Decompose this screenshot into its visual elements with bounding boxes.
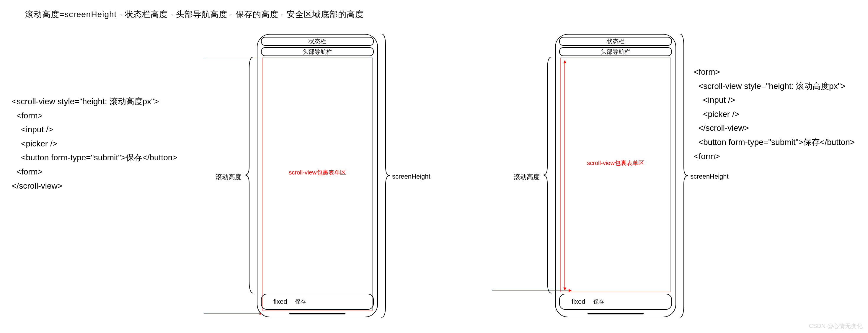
brace-screen-height xyxy=(381,34,390,317)
scroll-view-region: scroll-view包裹表单区 xyxy=(560,58,671,292)
save-label: 保存 xyxy=(593,298,604,305)
scroll-view-label: scroll-view包裹表单区 xyxy=(587,159,644,167)
brace-label-screen-height: screenHeight xyxy=(392,173,430,180)
arrow-inner-vertical xyxy=(564,61,565,290)
nav-bar: 头部导航栏 xyxy=(559,47,672,56)
brace-label-screen-height: screenHeight xyxy=(690,173,728,180)
phone-mockup-left: 状态栏 头部导航栏 scroll-view包裹表单区 fixed 保存 xyxy=(257,34,378,317)
save-button[interactable]: fixed 保存 xyxy=(261,294,374,310)
brace-screen-height xyxy=(679,34,688,317)
save-button[interactable]: fixed 保存 xyxy=(559,294,672,310)
brace-label-scroll-height: 滚动高度 xyxy=(216,173,242,182)
code-example-left: <scroll-view style="height: 滚动高度px"> <fo… xyxy=(12,94,178,193)
page-title: 滚动高度=screenHeight - 状态栏高度 - 头部导航高度 - 保存的… xyxy=(25,9,364,20)
status-bar: 状态栏 xyxy=(261,37,374,46)
fixed-label: fixed xyxy=(571,298,585,306)
scroll-view-region: scroll-view包裹表单区 xyxy=(262,58,373,311)
watermark: CSDN @心情无变化 xyxy=(809,322,863,330)
code-example-right: <form> <scroll-view style="height: 滚动高度p… xyxy=(694,65,855,163)
status-bar: 状态栏 xyxy=(559,37,672,46)
arrow-left-bottom xyxy=(204,313,262,313)
save-label: 保存 xyxy=(295,298,306,305)
fixed-label: fixed xyxy=(273,298,287,306)
nav-bar: 头部导航栏 xyxy=(261,47,374,56)
home-indicator xyxy=(289,313,345,314)
brace-scroll-height xyxy=(245,57,254,293)
scroll-view-label: scroll-view包裹表单区 xyxy=(289,169,346,177)
home-indicator xyxy=(588,313,644,314)
brace-label-scroll-height: 滚动高度 xyxy=(514,173,540,182)
brace-scroll-height xyxy=(543,57,552,293)
phone-mockup-right: 状态栏 头部导航栏 scroll-view包裹表单区 fixed 保存 xyxy=(555,34,676,317)
arrow-inner-horizontal xyxy=(492,290,571,291)
